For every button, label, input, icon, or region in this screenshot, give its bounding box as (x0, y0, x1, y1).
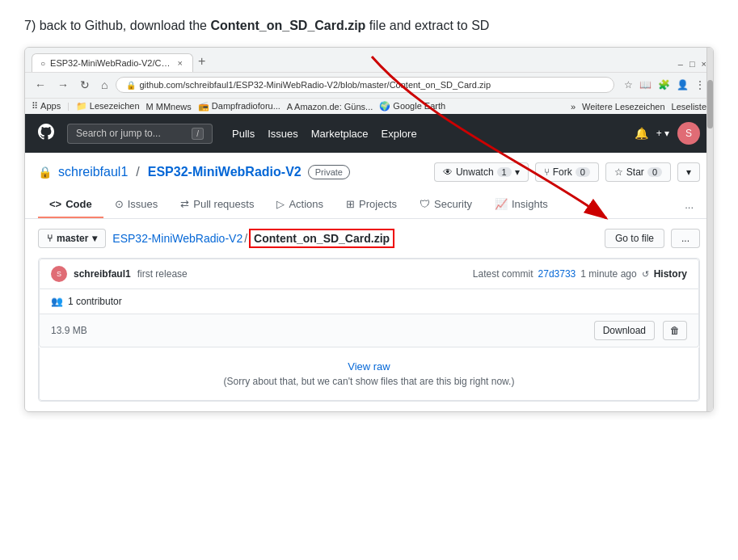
google-earth-bookmark[interactable]: 🌍 Google Earth (379, 101, 445, 112)
delete-button[interactable]: 🗑 (663, 321, 687, 340)
eye-icon: 👁 (443, 166, 453, 178)
browser-tab-active[interactable]: ○ ESP32-MiniWebRadio-V2/Con... × (32, 53, 193, 72)
dampfradio-bookmark[interactable]: 📻 Dampfradioforu... (198, 101, 280, 112)
read-mode-button[interactable]: 📖 (638, 78, 653, 92)
code-icon: <> (49, 198, 61, 210)
tab-pull-requests[interactable]: ⇄ Pull requests (169, 192, 265, 218)
github-navbar: Search or jump to... / Pulls Issues Mark… (25, 114, 713, 153)
reload-button[interactable]: ↻ (77, 77, 93, 93)
view-raw-link[interactable]: View raw (53, 360, 685, 373)
nav-explore[interactable]: Explore (382, 128, 417, 140)
actions-icon: ▷ (276, 198, 285, 210)
commit-meta: Latest commit 27d3733 1 minute ago ↺ His… (473, 268, 687, 280)
tab-insights[interactable]: 📈 Insights (483, 192, 559, 218)
commit-author-name[interactable]: schreibfaul1 (74, 268, 131, 280)
breadcrumb-current-file: Content_on_SD_Card.zip (249, 229, 394, 248)
contributor-icon: 👥 (51, 296, 63, 307)
file-sections: S schreibfaul1 first release Latest comm… (38, 258, 700, 402)
repo-content: ⑂ master ▾ ESP32-MiniWebRadio-V2 / Conte… (25, 219, 713, 411)
nav-marketplace[interactable]: Marketplace (311, 128, 369, 140)
repo-owner[interactable]: schreibfaul1 (58, 165, 128, 179)
scrollbar[interactable] (706, 48, 713, 411)
unwatch-button[interactable]: 👁 Unwatch 1 ▾ (434, 162, 529, 182)
branch-chevron-icon: ▾ (92, 233, 97, 244)
breadcrumb-repo-link[interactable]: ESP32-MiniWebRadio-V2 (112, 232, 242, 245)
minimize-button[interactable]: – (678, 59, 683, 69)
pull-request-icon: ⇄ (180, 198, 189, 210)
nav-issues[interactable]: Issues (268, 128, 298, 140)
tabs-more-button[interactable]: ... (678, 192, 700, 217)
leseliste[interactable]: Leseliste (672, 102, 706, 112)
private-badge: Private (308, 165, 350, 179)
lesezeichen-bookmark[interactable]: 📁 Lesezeichen (76, 101, 140, 112)
github-nav-actions: 🔔 + ▾ S (635, 122, 700, 145)
window-controls: – □ × (678, 59, 706, 69)
github-search-placeholder: Search or jump to... (76, 128, 161, 139)
contributor-label[interactable]: 1 contributor (68, 296, 122, 307)
tab-close-button[interactable]: × (178, 58, 183, 68)
tab-projects[interactable]: ⊞ Projects (335, 192, 408, 218)
repo-tabs: <> Code ⊙ Issues ⇄ Pull requests ▷ Actio… (38, 192, 700, 218)
history-icon: ↺ (642, 269, 649, 280)
maximize-button[interactable]: □ (690, 59, 695, 69)
file-notice: View raw (Sorry about that, but we can't… (39, 347, 699, 401)
history-button[interactable]: History (654, 268, 687, 280)
extensions-button[interactable]: 🧩 (656, 78, 672, 92)
github-page: Search or jump to... / Pulls Issues Mark… (25, 114, 713, 411)
tab-security[interactable]: 🛡 Security (408, 192, 483, 218)
tab-code[interactable]: <> Code (38, 192, 103, 218)
commit-author-avatar: S (51, 266, 67, 282)
back-button[interactable]: ← (32, 77, 49, 93)
fork-count: 0 (576, 167, 590, 177)
amazon-bookmark[interactable]: A Amazon.de: Güns... (287, 102, 373, 112)
branch-selector[interactable]: ⑂ master ▾ (38, 229, 106, 248)
profile-button[interactable]: 👤 (675, 78, 690, 92)
menu-button[interactable]: ⋮ (694, 78, 706, 92)
commit-hash[interactable]: 27d3733 (538, 268, 576, 280)
commit-time: 1 minute ago (580, 268, 636, 280)
browser-window: ○ ESP32-MiniWebRadio-V2/Con... × + – □ ×… (24, 47, 714, 412)
instruction-prefix: 7) back to Github, download the (24, 19, 210, 32)
breadcrumb-separator: / (244, 232, 247, 245)
create-new-button[interactable]: + ▾ (656, 128, 669, 139)
address-bar: ← → ↻ ⌂ 🔒 github.com/schreibfaul1/ESP32-… (25, 73, 713, 98)
go-to-file-button[interactable]: Go to file (605, 229, 664, 248)
download-button[interactable]: Download (594, 321, 655, 340)
more-bookmarks-button[interactable]: » (571, 102, 576, 112)
url-text: github.com/schreibfaul1/ESP32-MiniWebRad… (139, 80, 491, 90)
weitere-lesezeichen[interactable]: Weitere Lesezeichen (582, 102, 665, 112)
apps-bookmark[interactable]: ⠿ Apps (32, 101, 61, 112)
forward-button[interactable]: → (54, 77, 72, 93)
file-size: 13.9 MB (51, 325, 87, 336)
file-actions: Download 🗑 (594, 321, 687, 340)
file-nav-actions: Go to file ... (605, 229, 700, 248)
insights-icon: 📈 (495, 198, 508, 210)
user-avatar[interactable]: S (677, 122, 700, 145)
security-icon: 🛡 (420, 198, 430, 210)
bookmark-star-button[interactable]: ☆ (622, 78, 635, 92)
github-search-box[interactable]: Search or jump to... / (67, 124, 213, 144)
home-button[interactable]: ⌂ (98, 77, 111, 93)
scrollbar-thumb[interactable] (707, 80, 713, 128)
address-bar-actions: ☆ 📖 🧩 👤 ⋮ (622, 78, 706, 92)
projects-icon: ⊞ (346, 198, 355, 210)
nav-pulls[interactable]: Pulls (232, 128, 255, 140)
mmnews-bookmark[interactable]: M MMnews (146, 102, 192, 112)
file-too-large-notice: (Sorry about that, but we can't show fil… (224, 376, 515, 387)
more-file-options-button[interactable]: ... (671, 229, 700, 248)
fork-button[interactable]: ⑂ Fork 0 (535, 162, 599, 182)
star-icon: ☆ (614, 166, 623, 178)
new-tab-button[interactable]: + (193, 53, 210, 70)
url-bar[interactable]: 🔒 github.com/schreibfaul1/ESP32-MiniWebR… (116, 77, 614, 93)
repo-name[interactable]: ESP32-MiniWebRadio-V2 (148, 165, 302, 179)
star-button[interactable]: ☆ Star 0 (605, 162, 671, 182)
tab-title: ESP32-MiniWebRadio-V2/Con... (50, 58, 173, 68)
star-dropdown-button[interactable]: ▾ (677, 162, 700, 182)
tab-favicon: ○ (40, 59, 45, 68)
instruction-bold: Content_on_SD_Card.zip (210, 19, 365, 32)
fork-icon: ⑂ (544, 166, 550, 178)
tab-issues[interactable]: ⊙ Issues (103, 192, 170, 218)
notifications-bell-icon[interactable]: 🔔 (635, 127, 648, 140)
trash-icon: 🗑 (670, 325, 680, 336)
tab-actions[interactable]: ▷ Actions (265, 192, 335, 218)
